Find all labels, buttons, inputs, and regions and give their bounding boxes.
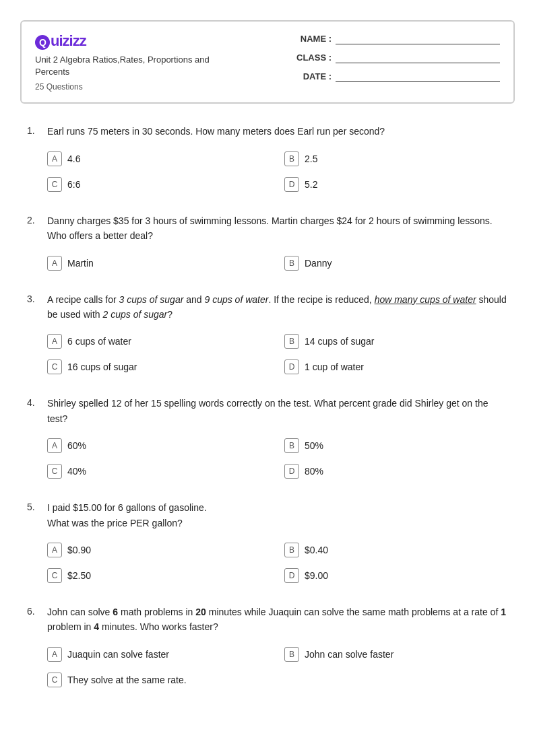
option-letter-3a: A xyxy=(47,334,62,349)
question-5-options: A $0.90 B $0.40 C $2.50 D $9.00 xyxy=(47,540,508,586)
option-letter-4a: A xyxy=(47,438,62,453)
question-1-body: Earl runs 75 meters in 30 seconds. How m… xyxy=(47,124,385,139)
option-text-6b: John can solve faster xyxy=(305,649,394,660)
question-4-num: 4. xyxy=(27,396,40,426)
question-4: 4. Shirley spelled 12 of her 15 spelling… xyxy=(27,396,508,481)
option-text-4d: 80% xyxy=(305,466,323,477)
option-6c: C They solve at the same rate. xyxy=(47,670,271,690)
option-letter-1d: D xyxy=(284,177,299,192)
option-text-5a: $0.90 xyxy=(67,545,91,555)
option-text-4b: 50% xyxy=(305,440,323,451)
option-text-6c: They solve at the same rate. xyxy=(67,675,187,685)
option-1c: C 6:6 xyxy=(47,174,271,195)
question-6-body: John can solve 6 math problems in 20 min… xyxy=(47,605,508,635)
option-text-3a: 6 cups of water xyxy=(67,336,131,347)
question-2: 2. Danny charges $35 for 3 hours of swim… xyxy=(27,213,508,273)
option-3b: B 14 cups of sugar xyxy=(284,331,508,351)
option-text-1b: 2.5 xyxy=(305,153,317,164)
name-input[interactable] xyxy=(336,32,500,44)
question-6-options: A Juaquin can solve faster B John can so… xyxy=(47,644,508,690)
question-3: 3. A recipe calls for 3 cups of sugar an… xyxy=(27,292,508,378)
name-row: NAME : xyxy=(291,32,500,44)
option-4d: D 80% xyxy=(284,461,508,481)
unit-title: Unit 2 Algebra Ratios,Rates, Proportions… xyxy=(35,54,237,78)
question-4-body: Shirley spelled 12 of her 15 spelling wo… xyxy=(47,396,508,426)
question-3-num: 3. xyxy=(27,292,40,322)
class-label: CLASS : xyxy=(291,53,332,63)
option-text-3d: 1 cup of water xyxy=(305,362,364,372)
question-1-text: 1. Earl runs 75 meters in 30 seconds. Ho… xyxy=(27,124,508,139)
question-6-text: 6. John can solve 6 math problems in 20 … xyxy=(27,605,508,635)
option-1a: A 4.6 xyxy=(47,149,271,169)
question-5-num: 5. xyxy=(27,500,40,530)
content: 1. Earl runs 75 meters in 30 seconds. Ho… xyxy=(20,124,515,689)
question-5: 5. I paid $15.00 for 6 gallons of gasoli… xyxy=(27,500,508,586)
option-text-1c: 6:6 xyxy=(67,179,80,190)
date-label: DATE : xyxy=(291,71,332,81)
option-letter-5b: B xyxy=(284,543,299,557)
option-letter-1a: A xyxy=(47,151,62,166)
question-3-options: A 6 cups of water B 14 cups of sugar C 1… xyxy=(47,331,508,377)
option-3c: C 16 cups of sugar xyxy=(47,357,271,377)
option-3a: A 6 cups of water xyxy=(47,331,271,351)
option-letter-3d: D xyxy=(284,359,299,374)
option-text-5d: $9.00 xyxy=(305,570,328,581)
option-2a: A Martin xyxy=(47,253,271,273)
option-5c: C $2.50 xyxy=(47,565,271,586)
question-1-options: A 4.6 B 2.5 C 6:6 D 5.2 xyxy=(47,149,508,195)
option-text-5c: $2.50 xyxy=(67,570,91,581)
question-6-num: 6. xyxy=(27,605,40,635)
question-2-num: 2. xyxy=(27,213,40,244)
option-letter-3c: C xyxy=(47,359,62,374)
date-input[interactable] xyxy=(336,70,500,82)
option-letter-1b: B xyxy=(284,151,299,166)
option-text-4a: 60% xyxy=(67,440,86,451)
header-left: Quizizz Unit 2 Algebra Ratios,Rates, Pro… xyxy=(35,32,237,92)
question-2-body: Danny charges $35 for 3 hours of swimmin… xyxy=(47,213,508,244)
name-label: NAME : xyxy=(291,34,332,44)
question-3-body: A recipe calls for 3 cups of sugar and 9… xyxy=(47,292,508,322)
option-letter-5a: A xyxy=(47,543,62,557)
option-6b: B John can solve faster xyxy=(284,644,508,664)
option-letter-5d: D xyxy=(284,568,299,583)
option-6a: A Juaquin can solve faster xyxy=(47,644,271,664)
option-1b: B 2.5 xyxy=(284,149,508,169)
option-4c: C 40% xyxy=(47,461,271,481)
option-5d: D $9.00 xyxy=(284,565,508,586)
date-row: DATE : xyxy=(291,70,500,82)
header-box: Quizizz Unit 2 Algebra Ratios,Rates, Pro… xyxy=(20,20,515,104)
question-4-options: A 60% B 50% C 40% D 80% xyxy=(47,436,508,481)
questions-count: 25 Questions xyxy=(35,82,237,92)
option-text-2a: Martin xyxy=(67,258,94,269)
option-letter-2a: A xyxy=(47,256,62,271)
option-text-1d: 5.2 xyxy=(305,179,317,190)
question-2-text: 2. Danny charges $35 for 3 hours of swim… xyxy=(27,213,508,244)
question-3-text: 3. A recipe calls for 3 cups of sugar an… xyxy=(27,292,508,322)
option-text-1a: 4.6 xyxy=(67,153,80,164)
option-text-6a: Juaquin can solve faster xyxy=(67,649,169,660)
option-text-3c: 16 cups of sugar xyxy=(67,362,137,372)
class-input[interactable] xyxy=(336,51,500,63)
option-3d: D 1 cup of water xyxy=(284,357,508,377)
option-letter-2b: B xyxy=(284,256,299,271)
option-1d: D 5.2 xyxy=(284,174,508,195)
option-5a: A $0.90 xyxy=(47,540,271,560)
logo-icon: Q xyxy=(35,35,50,50)
option-letter-6c: C xyxy=(47,673,62,687)
question-6: 6. John can solve 6 math problems in 20 … xyxy=(27,605,508,690)
question-1-num: 1. xyxy=(27,124,40,139)
option-text-2b: Danny xyxy=(305,258,332,269)
option-5b: B $0.40 xyxy=(284,540,508,560)
option-letter-4d: D xyxy=(284,464,299,479)
question-5-body: I paid $15.00 for 6 gallons of gasoline.… xyxy=(47,500,207,530)
option-text-5b: $0.40 xyxy=(305,545,328,555)
option-2b: B Danny xyxy=(284,253,508,273)
class-row: CLASS : xyxy=(291,51,500,63)
option-letter-4c: C xyxy=(47,464,62,479)
option-letter-4b: B xyxy=(284,438,299,453)
header-right: NAME : CLASS : DATE : xyxy=(291,32,500,82)
option-letter-6a: A xyxy=(47,647,62,662)
option-4b: B 50% xyxy=(284,436,508,456)
logo: Quizizz xyxy=(35,32,237,50)
option-4a: A 60% xyxy=(47,436,271,456)
